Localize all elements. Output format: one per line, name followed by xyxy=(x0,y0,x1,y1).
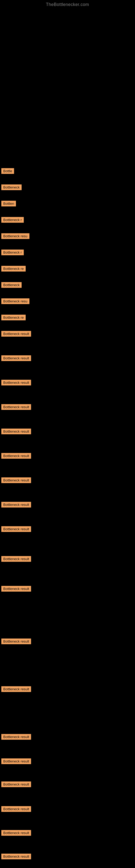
bottleneck-item-1[interactable]: Bottle xyxy=(1,168,14,175)
bottleneck-label-1: Bottle xyxy=(1,168,14,174)
bottleneck-item-12[interactable]: Bottleneck result xyxy=(1,355,31,362)
bottleneck-label-20: Bottleneck result xyxy=(1,556,31,562)
bottleneck-item-9[interactable]: Bottleneck resu xyxy=(1,299,30,305)
bottleneck-item-3[interactable]: Bottlen xyxy=(1,201,16,208)
bottleneck-label-23: Bottleneck result xyxy=(1,686,31,692)
bottleneck-item-15[interactable]: Bottleneck result xyxy=(1,429,31,435)
bottleneck-item-23[interactable]: Bottleneck result xyxy=(1,686,31,693)
bottleneck-item-2[interactable]: Bottleneck xyxy=(1,184,21,191)
bottleneck-label-11: Bottleneck result xyxy=(1,331,31,337)
bottleneck-label-19: Bottleneck result xyxy=(1,526,31,532)
bottleneck-item-27[interactable]: Bottleneck result xyxy=(1,806,31,813)
bottleneck-item-21[interactable]: Bottleneck result xyxy=(1,586,31,593)
bottleneck-label-5: Bottleneck resu xyxy=(1,233,30,239)
bottleneck-label-16: Bottleneck result xyxy=(1,453,31,459)
bottleneck-label-21: Bottleneck result xyxy=(1,586,31,592)
bottleneck-item-11[interactable]: Bottleneck result xyxy=(1,331,31,338)
bottleneck-label-26: Bottleneck result xyxy=(1,781,31,787)
bottleneck-item-25[interactable]: Bottleneck result xyxy=(1,758,31,765)
bottleneck-item-18[interactable]: Bottleneck result xyxy=(1,502,31,508)
bottleneck-label-28: Bottleneck result xyxy=(1,830,31,836)
bottleneck-label-4: Bottleneck r xyxy=(1,217,24,223)
bottleneck-item-19[interactable]: Bottleneck result xyxy=(1,526,31,533)
bottleneck-item-17[interactable]: Bottleneck result xyxy=(1,477,31,484)
bottleneck-label-12: Bottleneck result xyxy=(1,355,31,361)
bottleneck-item-24[interactable]: Bottleneck result xyxy=(1,734,31,741)
bottleneck-label-9: Bottleneck resu xyxy=(1,299,30,304)
bottleneck-item-10[interactable]: Bottleneck re xyxy=(1,315,26,321)
bottleneck-label-15: Bottleneck result xyxy=(1,429,31,434)
bottleneck-item-13[interactable]: Bottleneck result xyxy=(1,380,31,386)
bottleneck-item-22[interactable]: Bottleneck result xyxy=(1,639,31,645)
bottleneck-item-8[interactable]: Bottleneck xyxy=(1,282,21,289)
bottleneck-item-29[interactable]: Bottleneck result xyxy=(1,854,31,860)
bottleneck-label-2: Bottleneck xyxy=(1,184,21,190)
bottleneck-item-26[interactable]: Bottleneck result xyxy=(1,781,31,788)
bottleneck-label-14: Bottleneck result xyxy=(1,404,31,410)
bottleneck-item-4[interactable]: Bottleneck r xyxy=(1,217,24,224)
bottleneck-label-6: Bottleneck r xyxy=(1,250,24,255)
bottleneck-label-8: Bottleneck xyxy=(1,282,21,288)
bottleneck-label-13: Bottleneck result xyxy=(1,380,31,385)
bottleneck-label-17: Bottleneck result xyxy=(1,477,31,483)
bottleneck-label-3: Bottlen xyxy=(1,201,16,207)
bottleneck-label-27: Bottleneck result xyxy=(1,806,31,812)
bottleneck-label-29: Bottleneck result xyxy=(1,854,31,859)
bottleneck-label-7: Bottleneck re xyxy=(1,266,26,272)
bottleneck-item-16[interactable]: Bottleneck result xyxy=(1,453,31,460)
bottleneck-item-6[interactable]: Bottleneck r xyxy=(1,250,24,256)
bottleneck-label-10: Bottleneck re xyxy=(1,315,26,320)
bottleneck-item-20[interactable]: Bottleneck result xyxy=(1,556,31,563)
bottleneck-item-5[interactable]: Bottleneck resu xyxy=(1,233,30,240)
bottleneck-label-22: Bottleneck result xyxy=(1,639,31,644)
bottleneck-item-14[interactable]: Bottleneck result xyxy=(1,404,31,411)
bottleneck-label-18: Bottleneck result xyxy=(1,502,31,507)
bottleneck-item-28[interactable]: Bottleneck result xyxy=(1,830,31,837)
bottleneck-label-25: Bottleneck result xyxy=(1,758,31,764)
bottleneck-item-7[interactable]: Bottleneck re xyxy=(1,266,26,273)
site-title: TheBottlenecker.com xyxy=(0,0,135,7)
bottleneck-label-24: Bottleneck result xyxy=(1,734,31,740)
